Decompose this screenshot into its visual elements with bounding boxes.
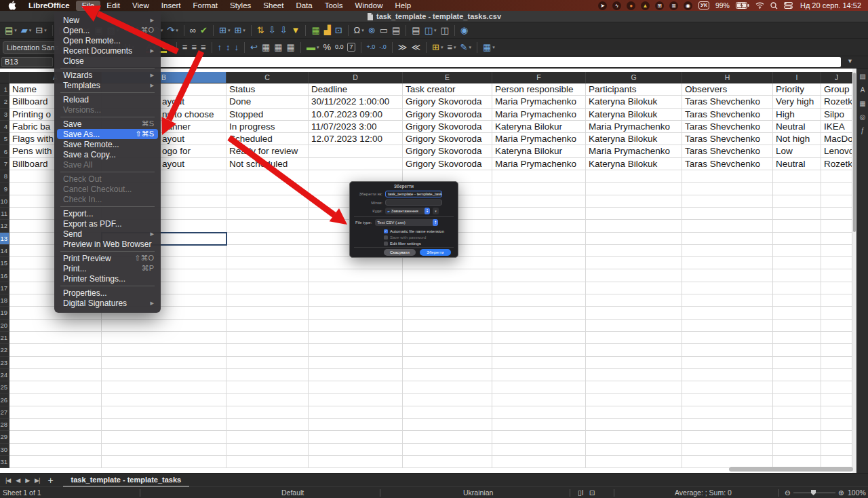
cell-g28[interactable] <box>586 419 682 431</box>
cell-f26[interactable] <box>492 394 586 406</box>
cell-j26[interactable] <box>821 394 852 406</box>
cell-f30[interactable] <box>492 444 586 456</box>
cell-i20[interactable] <box>773 320 821 332</box>
cell-d26[interactable] <box>309 394 403 406</box>
cell-f19[interactable] <box>492 307 586 319</box>
insert-row-icon[interactable]: ⊞▾ <box>218 24 231 37</box>
warning-triangle-icon[interactable]: ▲ <box>641 1 650 10</box>
cell-g2[interactable]: Kateryna Bilokuk <box>586 96 682 108</box>
cell-f14[interactable] <box>492 245 586 257</box>
control-center-icon[interactable] <box>784 2 793 9</box>
cell-j16[interactable] <box>821 269 852 282</box>
special-character-icon[interactable]: Ω▾ <box>353 24 366 37</box>
add-decimal-place-icon[interactable]: +.0 <box>366 41 377 54</box>
cell-b29[interactable] <box>102 431 226 443</box>
cell-f25[interactable] <box>492 381 586 394</box>
cell-e17[interactable] <box>403 282 492 294</box>
cell-c9[interactable] <box>226 183 309 195</box>
headers-footers-icon[interactable]: ▤ <box>391 24 401 37</box>
extensions-icon[interactable]: ◉ <box>459 24 469 37</box>
row-header-4[interactable]: 4 <box>0 121 9 133</box>
cell-e7[interactable]: Grigory Skovoroda <box>403 158 492 170</box>
cell-i28[interactable] <box>773 419 821 431</box>
cell-g9[interactable] <box>586 183 682 195</box>
dropdown-caret-icon[interactable]: ▾ <box>441 45 443 50</box>
cell-h11[interactable] <box>682 208 773 220</box>
cell-h4[interactable]: Taras Shevchenko <box>682 121 773 133</box>
cell-g16[interactable] <box>586 269 682 282</box>
cell-b27[interactable] <box>102 406 226 419</box>
row-header-3[interactable]: 3 <box>0 109 9 121</box>
cell-c13[interactable] <box>226 233 309 245</box>
telegram-icon[interactable]: ➤ <box>598 1 607 10</box>
page-style-status[interactable]: Default <box>281 489 304 497</box>
sidebar-gallery-icon[interactable]: ▦ <box>859 100 865 107</box>
cell-g20[interactable] <box>586 320 682 332</box>
cell-e2[interactable]: Grigory Skovoroda <box>403 96 492 108</box>
spelling-check-icon[interactable]: ✔ <box>199 24 209 37</box>
sort-ascending-icon[interactable]: ⇩ <box>267 24 277 37</box>
menu-item-reload[interactable]: Reload <box>54 94 161 104</box>
date-format-icon[interactable]: 7 <box>346 41 356 54</box>
insert-column-icon[interactable]: ⊞▾ <box>233 24 246 37</box>
cell-g3[interactable]: Kateryna Bilokuk <box>586 109 682 121</box>
menubar-item-help[interactable]: Help <box>389 1 417 11</box>
row-header-7[interactable]: 7 <box>0 158 9 170</box>
menu-item-export-as-pdf[interactable]: Export as PDF... <box>54 218 161 229</box>
center-vertically-icon[interactable]: ↕ <box>224 41 232 54</box>
column-header-j[interactable]: J <box>821 72 852 83</box>
cell-c4[interactable]: In progress <box>226 121 309 133</box>
number-format-icon[interactable]: 0.0 <box>334 41 345 54</box>
column-header-h[interactable]: H <box>682 72 773 83</box>
cell-j2[interactable]: Rozetk <box>821 96 852 108</box>
select-all-corner[interactable] <box>0 72 9 83</box>
open-file-icon[interactable]: ▰▾ <box>20 24 33 37</box>
row-header-15[interactable]: 15 <box>0 257 9 269</box>
cell-c19[interactable] <box>226 307 309 319</box>
cell-h16[interactable] <box>682 269 773 282</box>
cell-h13[interactable] <box>682 233 773 245</box>
insert-mode-icon[interactable]: ▯I <box>578 489 584 497</box>
cell-g11[interactable] <box>586 208 682 220</box>
cell-e21[interactable] <box>403 332 492 344</box>
cell-i23[interactable] <box>773 357 821 369</box>
percent-format-icon[interactable]: % <box>321 41 332 54</box>
cell-f2[interactable]: Maria Prymachenko <box>492 96 586 108</box>
cell-h27[interactable] <box>682 406 773 419</box>
menu-item-wizards[interactable]: Wizards▸ <box>54 70 161 80</box>
column-header-i[interactable]: I <box>773 72 821 83</box>
cell-c7[interactable]: Not scheduled <box>226 158 309 170</box>
cell-i30[interactable] <box>773 444 821 456</box>
cell-f28[interactable] <box>492 419 586 431</box>
expand-dialog-chevron-icon[interactable]: ▾ <box>433 208 439 214</box>
currency-format-icon[interactable]: ▬▾ <box>305 41 321 54</box>
cell-c18[interactable] <box>226 294 309 307</box>
menubar-item-sheet[interactable]: Sheet <box>257 1 290 11</box>
cell-g23[interactable] <box>586 357 682 369</box>
checkbox-edit-filter-settings[interactable]: Edit filter settings <box>384 240 444 246</box>
row-header-29[interactable]: 29 <box>0 431 9 443</box>
cell-j20[interactable] <box>821 320 852 332</box>
increase-indent-icon[interactable]: ≫ <box>397 41 409 54</box>
cell-j3[interactable]: Silpo <box>821 109 852 121</box>
cell-f6[interactable]: Kateryna Bilokur <box>492 145 586 157</box>
cell-e18[interactable] <box>403 294 492 307</box>
cell-e25[interactable] <box>403 381 492 394</box>
cell-i24[interactable] <box>773 369 821 381</box>
cell-i15[interactable] <box>773 257 821 269</box>
spotlight-search-icon[interactable] <box>770 2 778 9</box>
delete-decimal-place-icon[interactable]: -.0 <box>378 41 388 54</box>
cell-f13[interactable] <box>492 233 586 245</box>
menu-item-save-a-copy[interactable]: Save a Copy... <box>54 149 161 159</box>
column-header-c[interactable]: C <box>226 72 309 83</box>
sidebar-functions-icon[interactable]: ƒ <box>861 127 865 134</box>
row-header-5[interactable]: 5 <box>0 133 9 145</box>
menu-item-printer-settings[interactable]: Printer Settings... <box>54 273 161 284</box>
cell-c21[interactable] <box>226 332 309 344</box>
cell-f18[interactable] <box>492 294 586 307</box>
dropdown-caret-icon[interactable]: ▾ <box>469 45 471 50</box>
selection-mode-icon[interactable]: ⊡ <box>589 489 595 497</box>
cell-h5[interactable]: Taras Shevchenko <box>682 133 773 145</box>
cell-h8[interactable] <box>682 170 773 183</box>
cell-h21[interactable] <box>682 332 773 344</box>
